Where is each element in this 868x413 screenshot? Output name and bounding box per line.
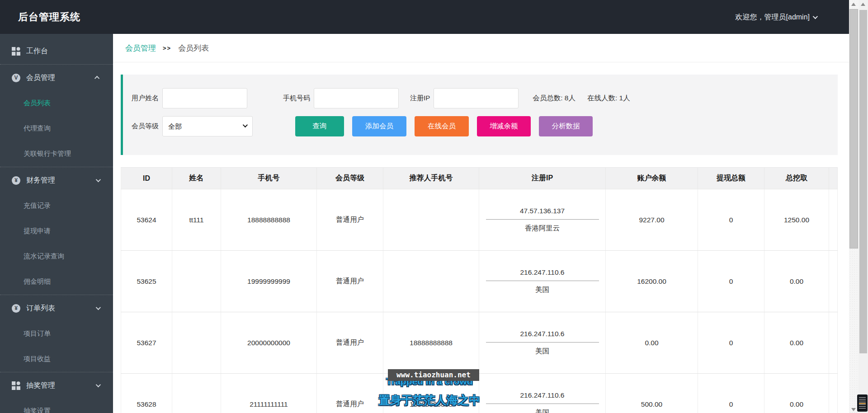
- member-level-label: 会员等级: [132, 122, 159, 131]
- sidebar-item-member-list[interactable]: 会员列表: [0, 90, 113, 116]
- yen-circle-icon: ¥: [12, 304, 20, 313]
- cell-balance: 500.00: [606, 374, 698, 413]
- cell-referrer: [383, 251, 479, 312]
- cell-name: [172, 312, 221, 374]
- sidebar-item-workbench[interactable]: 工作台: [0, 38, 113, 64]
- chevron-down-icon: [813, 14, 818, 19]
- scroll-indicator-widget: [857, 394, 868, 412]
- col-header-level: 会员等级: [317, 168, 383, 189]
- username-label: 用户姓名: [132, 94, 159, 103]
- chevron-down-icon: [96, 382, 101, 387]
- cell-withdraw: 0: [698, 251, 764, 312]
- cell-id: 53627: [121, 312, 172, 374]
- member-stats: 会员总数: 8人 在线人数: 1人: [533, 94, 642, 103]
- main-content: 会员管理 >> 会员列表 用户姓名 手机号码 注册IP 会员总数: 8人 在线人…: [113, 34, 849, 413]
- col-header-mined: 总挖取: [764, 168, 829, 189]
- cell-mined: 0.00: [764, 374, 829, 413]
- register-ip-input[interactable]: [434, 88, 519, 108]
- chevron-up-icon: [94, 76, 99, 81]
- page-scrollbar-thumb[interactable]: [859, 10, 867, 353]
- cell-balance: 9227.00: [606, 189, 698, 251]
- cell-ip: 216.247.110.6美国: [479, 374, 606, 413]
- sidebar-item-label: 抽奖管理: [26, 381, 55, 390]
- scroll-up-arrow-icon[interactable]: [851, 3, 856, 6]
- col-header-ip: 注册IP: [479, 168, 606, 189]
- cell-balance: 0.00: [606, 312, 698, 374]
- cell-withdraw: 0: [698, 312, 764, 374]
- sidebar-item-bank-card-management[interactable]: 关联银行卡管理: [0, 141, 113, 166]
- filter-panel: 用户姓名 手机号码 注册IP 会员总数: 8人 在线人数: 1人 会员等级 全部: [121, 75, 838, 155]
- inner-scrollbar-thumb[interactable]: [849, 9, 858, 249]
- table-row: 53627 20000000000 普通用户 18888888888 216.2…: [121, 312, 838, 374]
- col-header-extra: [829, 168, 838, 189]
- col-header-referrer: 推荐人手机号: [383, 168, 479, 189]
- col-header-phone: 手机号: [221, 168, 317, 189]
- cell-mined: 0.00: [764, 312, 829, 374]
- cell-extra: [829, 251, 838, 312]
- total-members-value: 8人: [565, 94, 576, 102]
- register-ip-label: 注册IP: [410, 94, 430, 103]
- cell-id: 53628: [121, 374, 172, 413]
- sidebar-item-order-list[interactable]: ¥ 订单列表: [0, 296, 113, 321]
- cell-mined: 0.00: [764, 251, 829, 312]
- total-members-label: 会员总数:: [533, 94, 562, 102]
- cell-name: tt111: [172, 189, 221, 251]
- cell-extra: [829, 189, 838, 251]
- breadcrumb: 会员管理 >> 会员列表: [113, 34, 849, 62]
- sidebar-item-withdraw-requests[interactable]: 提现申请: [0, 218, 113, 244]
- member-level-select[interactable]: 全部: [162, 116, 253, 136]
- phone-input[interactable]: [314, 88, 399, 108]
- cell-withdraw: 0: [698, 374, 764, 413]
- sidebar-item-flow-records[interactable]: 流水记录查询: [0, 244, 113, 269]
- sidebar: 工作台 V 会员管理 会员列表 代理查询 关联银行卡管理 ¥ 财务管理 充值记录…: [0, 34, 113, 413]
- col-header-name: 姓名: [172, 168, 221, 189]
- username-input[interactable]: [162, 88, 247, 108]
- inner-scrollbar[interactable]: [849, 0, 859, 413]
- online-members-value: 1人: [619, 94, 630, 102]
- sidebar-item-member-management[interactable]: V 会员管理: [0, 65, 113, 90]
- cell-level: 普通用户: [317, 251, 383, 312]
- cell-phone: 21111111111: [221, 374, 317, 413]
- cell-ip: 47.57.136.137香港阿里云: [479, 189, 606, 251]
- sidebar-divider: [0, 372, 113, 372]
- sidebar-item-recharge-records[interactable]: 充值记录: [0, 193, 113, 218]
- scroll-up-arrow-icon[interactable]: [861, 3, 865, 6]
- scroll-down-arrow-icon[interactable]: [851, 408, 856, 411]
- sidebar-item-label: 订单列表: [26, 304, 55, 313]
- sidebar-item-project-earnings[interactable]: 项目收益: [0, 346, 113, 371]
- breadcrumb-section-link[interactable]: 会员管理: [125, 43, 156, 53]
- top-header-bar: 后台管理系统 欢迎您，管理员[admin]: [0, 0, 849, 34]
- grid-icon: [12, 47, 20, 56]
- phone-label: 手机号码: [283, 94, 310, 103]
- sidebar-item-commission-details[interactable]: 佣金明细: [0, 269, 113, 294]
- online-members-button[interactable]: 在线会员: [415, 116, 469, 136]
- app-title: 后台管理系统: [18, 0, 80, 34]
- cell-name: [172, 251, 221, 312]
- grid-icon: [12, 381, 20, 390]
- sidebar-item-agent-query[interactable]: 代理查询: [0, 116, 113, 141]
- sidebar-item-lottery-management[interactable]: 抽奖管理: [0, 373, 113, 398]
- page-scrollbar[interactable]: [859, 0, 868, 413]
- cell-referrer: [383, 189, 479, 251]
- col-header-balance: 账户余额: [606, 168, 698, 189]
- search-button[interactable]: 查询: [295, 116, 344, 136]
- user-menu[interactable]: 欢迎您，管理员[admin]: [736, 0, 816, 34]
- sidebar-item-project-orders[interactable]: 项目订单: [0, 321, 113, 346]
- analyze-data-button[interactable]: 分析数据: [539, 116, 593, 136]
- sidebar-item-finance-management[interactable]: ¥ 财务管理: [0, 168, 113, 193]
- adjust-balance-button[interactable]: 增减余额: [477, 116, 531, 136]
- breadcrumb-separator: >>: [163, 45, 171, 52]
- member-circle-icon: V: [12, 74, 20, 82]
- sidebar-divider: [0, 295, 113, 295]
- cell-phone: 20000000000: [221, 312, 317, 374]
- add-member-button[interactable]: 添加会员: [352, 116, 406, 136]
- cell-balance: 16200.00: [606, 251, 698, 312]
- cell-ip: 216.247.110.6美国: [479, 251, 606, 312]
- chevron-down-icon: [96, 305, 101, 310]
- sidebar-item-lottery-settings[interactable]: 抽奖设置: [0, 398, 113, 413]
- member-level-select-wrap: 全部: [162, 116, 253, 136]
- cell-withdraw: 0: [698, 189, 764, 251]
- cell-referrer: 18888888888: [383, 312, 479, 374]
- sidebar-item-label: 会员管理: [26, 73, 55, 83]
- welcome-text: 欢迎您，管理员[admin]: [736, 0, 810, 34]
